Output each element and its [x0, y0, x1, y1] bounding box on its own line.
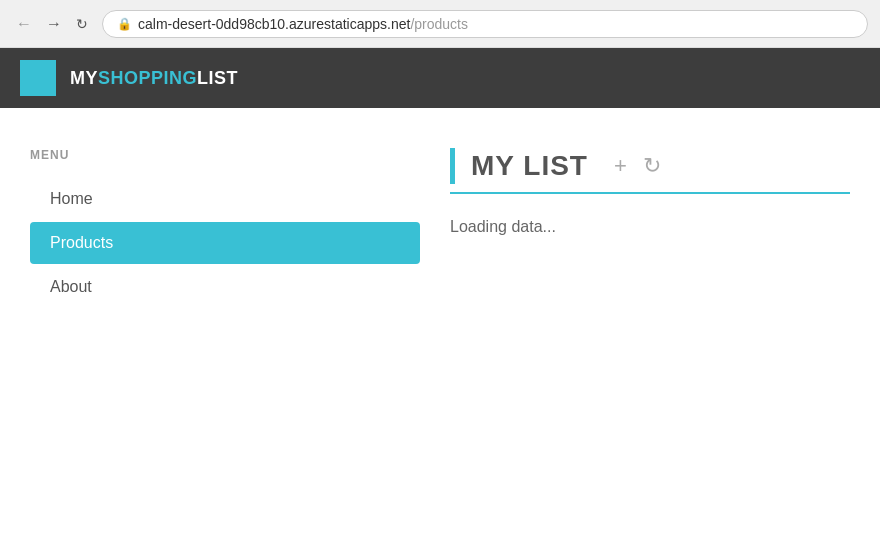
title-shopping: SHOPPING — [98, 68, 197, 88]
nav-link-home[interactable]: Home — [30, 178, 420, 220]
browser-refresh-button[interactable]: ↻ — [72, 14, 92, 34]
nav-item-products: Products — [30, 222, 420, 264]
main-content: MENU Home Products About MY LIST + ↻ Loa… — [0, 108, 880, 350]
app-header: MYSHOPPINGLIST — [0, 48, 880, 108]
title-my: MY — [70, 68, 98, 88]
back-button[interactable]: ← — [12, 14, 36, 34]
panel-title: MY LIST — [471, 150, 588, 182]
app-title: MYSHOPPINGLIST — [70, 68, 238, 89]
panel-title-accent — [450, 148, 455, 184]
sidebar: MENU Home Products About — [30, 148, 420, 310]
address-text: calm-desert-0dd98cb10.azurestaticapps.ne… — [138, 16, 468, 32]
lock-icon: 🔒 — [117, 17, 132, 31]
nav-link-about[interactable]: About — [30, 266, 420, 308]
forward-button[interactable]: → — [42, 14, 66, 34]
app-logo — [20, 60, 56, 96]
title-list: LIST — [197, 68, 238, 88]
add-item-button[interactable]: + — [612, 153, 629, 179]
panel-header: MY LIST + ↻ — [450, 148, 850, 194]
right-panel: MY LIST + ↻ Loading data... — [420, 148, 850, 310]
loading-text: Loading data... — [450, 218, 850, 236]
url-path: /products — [410, 16, 468, 32]
nav-item-about: About — [30, 266, 420, 308]
browser-chrome: ← → ↻ 🔒 calm-desert-0dd98cb10.azurestati… — [0, 0, 880, 48]
panel-actions: + ↻ — [612, 153, 663, 179]
nav-list: Home Products About — [30, 178, 420, 308]
address-bar[interactable]: 🔒 calm-desert-0dd98cb10.azurestaticapps.… — [102, 10, 868, 38]
browser-nav-buttons: ← → ↻ — [12, 14, 92, 34]
nav-item-home: Home — [30, 178, 420, 220]
url-base: calm-desert-0dd98cb10.azurestaticapps.ne… — [138, 16, 410, 32]
menu-label: MENU — [30, 148, 420, 162]
nav-link-products[interactable]: Products — [30, 222, 420, 264]
refresh-list-button[interactable]: ↻ — [641, 153, 663, 179]
